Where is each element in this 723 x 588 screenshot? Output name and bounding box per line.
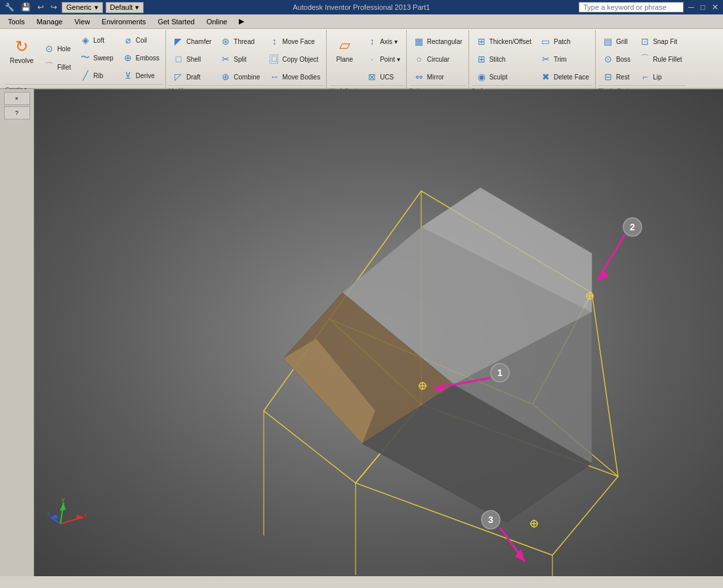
thread-icon: ⊛ — [219, 35, 232, 48]
close-button[interactable]: ✕ — [710, 2, 720, 12]
trim-icon: ✂ — [539, 52, 552, 66]
ucs-button[interactable]: ⊠ UCS — [362, 68, 403, 85]
coil-button[interactable]: ⌀ Coil — [118, 32, 163, 49]
movebodies-icon: ↔ — [268, 70, 281, 83]
revolve-icon: ↻ — [11, 36, 32, 57]
profile-dropdown[interactable]: Generic ▾ — [62, 2, 103, 13]
sidepanel-close-button[interactable]: × — [4, 92, 30, 105]
movebodies-button[interactable]: ↔ Move Bodies — [264, 68, 323, 85]
rulefillet-button[interactable]: ⌒ Rule Fillet — [635, 51, 685, 68]
point-button[interactable]: · Point ▾ — [362, 51, 403, 68]
boss-button[interactable]: ⊙ Boss — [598, 51, 634, 68]
lip-button[interactable]: ⌐ Lip — [635, 68, 685, 85]
plane-button[interactable]: ▱ Plane — [329, 33, 360, 74]
menubar: Tools Manage View Environments Get Start… — [0, 14, 723, 29]
draft-button[interactable]: ◸ Draft — [169, 68, 215, 85]
svg-text:y: y — [62, 497, 65, 503]
point-icon: · — [365, 52, 379, 66]
menu-view[interactable]: View — [69, 15, 95, 28]
thickenoffset-button[interactable]: ⊞ Thicken/Offset — [472, 33, 535, 50]
copyobject-button[interactable]: ⿴ Copy Object — [264, 51, 323, 68]
circular-button[interactable]: ○ Circular — [409, 51, 466, 68]
snapfit-button[interactable]: ⊡ Snap Fit — [635, 33, 685, 50]
grill-button[interactable]: ▤ Grill — [598, 33, 634, 50]
menu-online[interactable]: Online — [201, 15, 233, 28]
deleteface-button[interactable]: ✖ Delete Face — [536, 68, 592, 85]
svg-marker-31 — [597, 270, 609, 281]
ribbon-section-modify: ◤ Chamfer □ Shell ◸ Draft ⊛ Thre — [166, 30, 327, 88]
minimize-button[interactable]: ─ — [686, 2, 696, 12]
maximize-button[interactable]: □ — [699, 2, 707, 12]
rectangular-icon: ▦ — [413, 35, 426, 48]
chamfer-button[interactable]: ◤ Chamfer — [169, 33, 215, 50]
menu-getstarted[interactable]: Get Started — [152, 15, 199, 28]
revolve-button[interactable]: ↻ Revolve — [5, 34, 38, 81]
snapfit-icon: ⊡ — [638, 35, 651, 48]
fillet-button[interactable]: ⌒ Fillet — [39, 58, 74, 75]
patch-button[interactable]: ▭ Patch — [536, 33, 592, 50]
rectangular-button[interactable]: ▦ Rectangular — [409, 33, 466, 50]
annotation-2: 2 — [597, 218, 642, 281]
layout-dropdown[interactable]: Default ▾ — [106, 2, 144, 13]
svg-line-4 — [592, 293, 618, 476]
combine-button[interactable]: ⊕ Combine — [216, 68, 263, 85]
grill-icon: ▤ — [602, 35, 615, 48]
moveface-button[interactable]: ↕ Move Face — [264, 33, 323, 50]
axis-button[interactable]: ↕ Axis ▾ — [362, 33, 403, 50]
rest-button[interactable]: ⊟ Rest — [598, 68, 634, 85]
trim-button[interactable]: ✂ Trim — [536, 51, 592, 68]
derive-button[interactable]: ⊻ Derive — [118, 67, 163, 84]
app-title: Autodesk Inventor Professional 2013 Part… — [293, 3, 430, 11]
loft-icon: ◈ — [79, 33, 92, 47]
save-button[interactable]: 💾 — [19, 2, 33, 12]
coil-icon: ⌀ — [121, 33, 134, 47]
svg-text:2: 2 — [630, 222, 635, 232]
menu-environments[interactable]: Environments — [96, 15, 151, 28]
app-icon[interactable]: 🔧 — [3, 2, 16, 12]
svg-text:3: 3 — [488, 514, 493, 525]
loft-button[interactable]: ◈ Loft — [75, 32, 117, 49]
rib-icon: ╱ — [79, 69, 92, 82]
sculpt-button[interactable]: ◉ Sculpt — [472, 68, 535, 85]
sweep-button[interactable]: 〜 Sweep — [75, 49, 117, 66]
axis-indicator: x y z — [47, 497, 87, 537]
shell-button[interactable]: □ Shell — [169, 51, 215, 68]
main-workspace: × ? — [0, 89, 723, 576]
point-marker-3 — [530, 520, 538, 528]
svg-marker-40 — [60, 503, 66, 511]
chamfer-icon: ◤ — [172, 35, 185, 48]
shell-icon: □ — [172, 52, 185, 66]
hole-button[interactable]: ⊙ Hole — [39, 40, 74, 57]
lip-icon: ⌐ — [638, 70, 651, 83]
sidepanel-help-button[interactable]: ? — [4, 106, 30, 119]
ribbon-section-plasticpart: ▤ Grill ⊙ Boss ⊟ Rest ⊡ Snap Fit — [596, 30, 688, 88]
rest-icon: ⊟ — [602, 70, 615, 83]
menu-manage[interactable]: Manage — [31, 15, 68, 28]
menu-tools[interactable]: Tools — [3, 15, 30, 28]
split-button[interactable]: ✂ Split — [216, 51, 263, 68]
stitch-button[interactable]: ⊞ Stitch — [472, 51, 535, 68]
quick-access-toolbar: 🔧 💾 ↩ ↪ Generic ▾ Default ▾ Autodesk Inv… — [0, 0, 723, 14]
emboss-button[interactable]: ⊕ Emboss — [118, 49, 163, 66]
hole-icon: ⊙ — [43, 42, 56, 55]
ribbon-section-surface: ⊞ Thicken/Offset ⊞ Stitch ◉ Sculpt ▭ — [469, 30, 596, 88]
sweep-icon: 〜 — [79, 51, 92, 64]
derive-icon: ⊻ — [121, 69, 134, 82]
rib-button[interactable]: ╱ Rib — [75, 67, 117, 84]
redo-button[interactable]: ↪ — [49, 2, 59, 12]
viewport[interactable]: 1 2 3 — [34, 89, 723, 576]
mirror-button[interactable]: ⇔ Mirror — [409, 68, 466, 85]
side-panel: × ? — [0, 89, 34, 576]
menu-arrow[interactable]: ▶ — [234, 15, 249, 28]
patch-icon: ▭ — [539, 35, 552, 48]
ribbon-section-pattern: ▦ Rectangular ○ Circular ⇔ Mirror Patter… — [407, 30, 469, 88]
svg-line-30 — [597, 235, 625, 281]
emboss-icon: ⊕ — [121, 51, 134, 64]
circular-icon: ○ — [413, 52, 426, 66]
search-input[interactable] — [579, 2, 684, 12]
undo-button[interactable]: ↩ — [35, 2, 46, 12]
boss-icon: ⊙ — [602, 52, 615, 66]
mirror-icon: ⇔ — [413, 70, 426, 83]
thread-button[interactable]: ⊛ Thread — [216, 33, 263, 50]
fillet-icon: ⌒ — [43, 60, 56, 74]
